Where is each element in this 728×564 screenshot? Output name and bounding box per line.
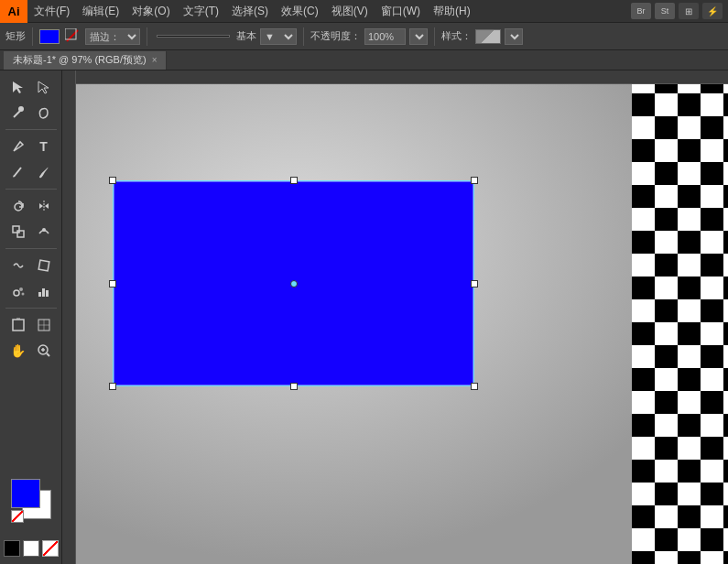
opacity-input[interactable]: 100% [364, 28, 406, 45]
options-toolbar: 矩形 描边： 基本 ▼ 不透明度： 100% ▼ 样式： ▼ [0, 23, 728, 50]
quick-swatches [4, 540, 59, 557]
tab-bar: 未标题-1* @ 97% (RGB/预览) × [0, 50, 728, 70]
fill-stroke-swatches [11, 479, 51, 519]
sep-1 [5, 129, 57, 130]
style-swatch[interactable] [475, 29, 501, 44]
checkerboard-pattern [632, 70, 728, 564]
zoom-tool[interactable] [32, 339, 56, 363]
fill-color-swatch[interactable] [39, 29, 60, 44]
bridge-icon[interactable]: Br [631, 3, 651, 19]
magic-wand-tool[interactable] [6, 101, 30, 125]
handle-top-mid[interactable] [290, 177, 298, 184]
pen-tool[interactable] [6, 135, 30, 158]
app-logo: Ai [0, 0, 27, 23]
svg-rect-9 [17, 231, 24, 237]
no-fill-icon[interactable] [11, 510, 24, 523]
divider-2 [147, 27, 147, 46]
free-transform-tool[interactable] [32, 254, 56, 277]
reshape-tool[interactable] [32, 220, 56, 244]
handle-top-left[interactable] [109, 177, 116, 184]
warp-tool[interactable] [6, 254, 30, 277]
column-graph-tool[interactable] [32, 279, 56, 303]
handle-bottom-left[interactable] [109, 383, 116, 390]
black-swatch[interactable] [4, 540, 20, 557]
type-tool[interactable]: T [32, 135, 56, 158]
sep-2 [5, 189, 57, 190]
handle-mid-left[interactable] [109, 280, 116, 287]
tab-close-button[interactable]: × [152, 55, 158, 65]
svg-point-12 [14, 290, 19, 296]
brush-tool[interactable] [32, 160, 56, 184]
divider-4 [434, 27, 435, 46]
svg-point-14 [21, 293, 24, 296]
artboard-tool[interactable] [6, 313, 30, 337]
rotate-row [6, 194, 56, 218]
fill-swatch[interactable] [11, 479, 40, 508]
menu-file[interactable]: 文件(F) [27, 0, 76, 22]
svg-rect-8 [13, 226, 19, 233]
divider-3 [303, 27, 304, 46]
svg-line-25 [47, 353, 49, 356]
svg-point-10 [42, 228, 46, 232]
rotate-tool[interactable] [6, 194, 30, 218]
handle-mid-right[interactable] [471, 280, 478, 287]
sync-icon[interactable]: ⚡ [702, 3, 723, 19]
white-swatch[interactable] [23, 540, 39, 557]
direct-selection-tool[interactable] [32, 75, 56, 99]
tab-title: 未标题-1* @ 97% (RGB/预览) [13, 53, 147, 67]
menu-view[interactable]: 视图(V) [325, 0, 375, 22]
svg-rect-11 [38, 260, 49, 271]
selection-tool[interactable] [6, 75, 30, 99]
ruler-top [62, 70, 728, 84]
warp-row [6, 254, 56, 277]
selected-rectangle-wrapper[interactable] [113, 180, 474, 386]
style-label: 样式： [441, 29, 472, 43]
pencil-tool[interactable] [6, 160, 30, 184]
menu-bar: Ai 文件(F) 编辑(E) 对象(O) 文字(T) 选择(S) 效果(C) 视… [0, 0, 728, 23]
opacity-select[interactable]: ▼ [409, 28, 428, 45]
handle-bottom-mid[interactable] [290, 383, 298, 390]
handle-top-right[interactable] [471, 177, 478, 184]
menu-select[interactable]: 选择(S) [225, 0, 275, 22]
canvas-area [62, 70, 728, 564]
color-swatches-area [4, 479, 59, 564]
stroke-icon [65, 28, 81, 45]
zoom-row: ✋ [6, 339, 56, 363]
document-tab[interactable]: 未标题-1* @ 97% (RGB/预览) × [4, 51, 167, 70]
slice-tool[interactable] [32, 313, 56, 337]
svg-point-3 [18, 106, 24, 112]
selection-tool-row [6, 75, 56, 99]
lasso-tool[interactable] [32, 101, 56, 125]
menu-type[interactable]: 文字(T) [177, 0, 225, 22]
reflect-tool[interactable] [32, 194, 56, 218]
stock-icon[interactable]: St [655, 3, 675, 19]
menu-effect[interactable]: 效果(C) [275, 0, 325, 22]
artboard-row [6, 313, 56, 337]
svg-rect-15 [38, 292, 41, 297]
right-icons: Br St ⊞ ⚡ [631, 3, 728, 19]
stroke-line-preview [157, 35, 230, 38]
stroke-type-select[interactable]: ▼ [260, 28, 297, 45]
menu-help[interactable]: 帮助(H) [427, 0, 477, 22]
hand-tool[interactable]: ✋ [6, 339, 30, 363]
menu-object[interactable]: 对象(O) [125, 0, 176, 22]
center-handle[interactable] [290, 280, 298, 287]
handle-bottom-right[interactable] [471, 383, 478, 390]
menu-items: 文件(F) 编辑(E) 对象(O) 文字(T) 选择(S) 效果(C) 视图(V… [27, 0, 477, 22]
divider-1 [32, 27, 33, 46]
none-swatch[interactable] [42, 540, 59, 557]
symbol-sprayer[interactable] [6, 279, 30, 303]
stroke-weight-select[interactable]: 描边： [85, 28, 140, 45]
scale-row [6, 220, 56, 244]
svg-line-4 [14, 168, 21, 177]
sep-3 [5, 248, 57, 249]
sep-4 [5, 308, 57, 309]
scale-tool[interactable] [6, 220, 30, 244]
menu-edit[interactable]: 编辑(E) [76, 0, 125, 22]
left-toolbar: T [0, 70, 62, 564]
style-select[interactable]: ▼ [505, 28, 523, 45]
magic-wand-row [6, 101, 56, 125]
menu-window[interactable]: 窗口(W) [375, 0, 427, 22]
stroke-basic-label: 基本 [236, 29, 256, 43]
grid-icon[interactable]: ⊞ [679, 3, 699, 19]
